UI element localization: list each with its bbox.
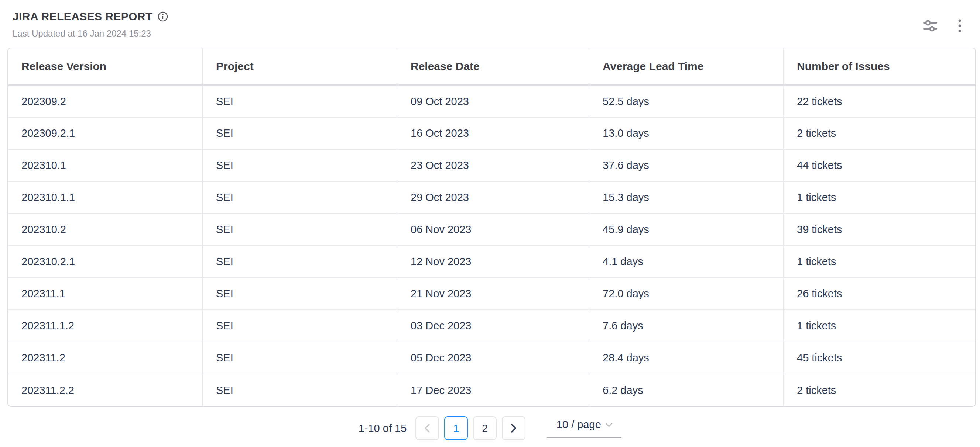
pagination-range: 1-10 of 15 [358,422,407,434]
table-row: 202311.1.2SEI03 Dec 20237.6 days1 ticket… [8,310,975,342]
page-title: JIRA RELEASES REPORT [13,10,153,23]
table-cell: 202310.1 [8,149,202,181]
table-cell: 2 tickets [783,374,975,406]
filter-sliders-icon[interactable] [922,18,939,33]
table-cell: 52.5 days [589,85,783,117]
page-size-select[interactable]: 10 / page [547,418,622,438]
table-row: 202310.1SEI23 Oct 202337.6 days44 ticket… [8,149,975,181]
table-cell: 202310.2.1 [8,246,202,278]
info-icon[interactable] [158,11,168,22]
table-cell: 44 tickets [783,149,975,181]
table-cell: SEI [202,214,397,246]
column-header: Average Lead Time [589,48,783,85]
table-row: 202311.2SEI05 Dec 202328.4 days45 ticket… [8,342,975,374]
column-header: Number of Issues [783,48,975,85]
table-cell: 7.6 days [589,310,783,342]
table-cell: 05 Dec 2023 [397,342,589,374]
chevron-left-icon [424,423,431,433]
table-cell: 202310.2 [8,214,202,246]
table-cell: 6.2 days [589,374,783,406]
table-row: 202310.2.1SEI12 Nov 20234.1 days1 ticket… [8,246,975,278]
table-cell: 17 Dec 2023 [397,374,589,406]
column-header: Release Date [397,48,589,85]
table-cell: 12 Nov 2023 [397,246,589,278]
table-cell: 1 tickets [783,310,975,342]
title-block: JIRA RELEASES REPORT Last Updated at 16 … [13,10,168,39]
table-cell: 45 tickets [783,342,975,374]
kebab-menu-icon[interactable] [956,18,963,34]
chevron-right-icon [510,423,517,433]
last-updated: Last Updated at 16 Jan 2024 15:23 [13,29,168,39]
pagination: 1-10 of 15 12 10 / page [0,416,980,440]
table-cell: SEI [202,374,397,406]
table-cell: 202311.2.2 [8,374,202,406]
table-cell: SEI [202,246,397,278]
chevron-down-icon [605,422,613,428]
table-row: 202309.2SEI09 Oct 202352.5 days22 ticket… [8,85,975,117]
table-cell: 09 Oct 2023 [397,85,589,117]
table-header-row: Release VersionProjectRelease DateAverag… [8,48,975,85]
table-cell: 13.0 days [589,117,783,149]
header-actions [922,18,963,34]
page-button-2[interactable]: 2 [473,416,496,440]
table-cell: SEI [202,117,397,149]
table-cell: 28.4 days [589,342,783,374]
table-cell: 23 Oct 2023 [397,149,589,181]
table-cell: SEI [202,181,397,214]
table-row: 202309.2.1SEI16 Oct 202313.0 days2 ticke… [8,117,975,149]
table-cell: 202309.2.1 [8,117,202,149]
table-row: 202311.2.2SEI17 Dec 20236.2 days2 ticket… [8,374,975,406]
table-cell: 1 tickets [783,246,975,278]
table-cell: SEI [202,342,397,374]
table-row: 202310.1.1SEI29 Oct 202315.3 days1 ticke… [8,181,975,214]
releases-table: Release VersionProjectRelease DateAverag… [7,48,976,407]
table-row: 202311.1SEI21 Nov 202372.0 days26 ticket… [8,278,975,310]
table-cell: SEI [202,278,397,310]
table-cell: 16 Oct 2023 [397,117,589,149]
table-cell: 39 tickets [783,214,975,246]
table-cell: 15.3 days [589,181,783,214]
page-button-1[interactable]: 1 [444,416,468,440]
table-cell: 72.0 days [589,278,783,310]
table-cell: 1 tickets [783,181,975,214]
table-body: 202309.2SEI09 Oct 202352.5 days22 ticket… [8,85,975,406]
table-row: 202310.2SEI06 Nov 202345.9 days39 ticket… [8,214,975,246]
table-cell: 202309.2 [8,85,202,117]
table-cell: 26 tickets [783,278,975,310]
table-cell: 202310.1.1 [8,181,202,214]
table-cell: 202311.1 [8,278,202,310]
table-cell: 45.9 days [589,214,783,246]
next-page-button[interactable] [502,416,525,440]
table-cell: 2 tickets [783,117,975,149]
table-cell: 06 Nov 2023 [397,214,589,246]
table-cell: 202311.2 [8,342,202,374]
table-cell: 37.6 days [589,149,783,181]
table-cell: 4.1 days [589,246,783,278]
jira-releases-report-widget: JIRA RELEASES REPORT Last Updated at 16 … [0,0,980,447]
column-header: Release Version [8,48,202,85]
table-cell: SEI [202,85,397,117]
table-cell: SEI [202,310,397,342]
table-cell: 21 Nov 2023 [397,278,589,310]
table-cell: 22 tickets [783,85,975,117]
page-size-label: 10 / page [557,418,601,431]
table-cell: 03 Dec 2023 [397,310,589,342]
table-cell: 29 Oct 2023 [397,181,589,214]
table-cell: SEI [202,149,397,181]
widget-header: JIRA RELEASES REPORT Last Updated at 16 … [0,0,980,39]
table-cell: 202311.1.2 [8,310,202,342]
column-header: Project [202,48,397,85]
prev-page-button[interactable] [415,416,439,440]
